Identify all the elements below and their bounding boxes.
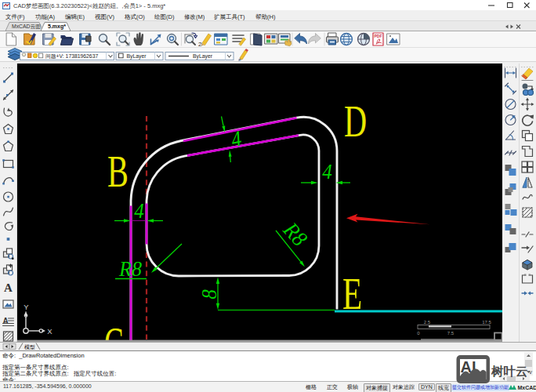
svg-text:X: X — [47, 327, 53, 336]
svg-text:Y: Y — [24, 303, 29, 311]
svg-text:ByLayer: ByLayer — [193, 53, 213, 60]
svg-text:2.5: 2.5 — [424, 320, 431, 325]
svg-text:v: v — [529, 368, 532, 376]
svg-text:a-: a- — [238, 58, 242, 62]
svg-text:树叶云: 树叶云 — [491, 365, 528, 378]
svg-text:模型: 模型 — [24, 344, 35, 350]
svg-text:B: B — [107, 148, 129, 197]
svg-text:4: 4 — [134, 198, 144, 223]
svg-text:8: 8 — [197, 289, 222, 299]
svg-text:A: A — [3, 317, 9, 325]
svg-text:17.5: 17.5 — [482, 320, 491, 325]
svg-text:ByLayer: ByLayer — [127, 53, 147, 60]
svg-text:5.mxg*: 5.mxg* — [48, 24, 66, 30]
svg-text:PDF: PDF — [375, 34, 382, 38]
svg-text:0: 0 — [417, 331, 420, 336]
svg-text:C: C — [104, 319, 124, 342]
svg-text:D: D — [344, 98, 367, 147]
svg-text:MxCAD云图: MxCAD云图 — [12, 24, 41, 30]
svg-text:MxCAD: MxCAD — [518, 385, 536, 390]
svg-text:4: 4 — [322, 159, 332, 184]
svg-text:7.5: 7.5 — [447, 331, 455, 336]
svg-text:问题+V: 17381962637: 问题+V: 17381962637 — [45, 53, 98, 60]
svg-text:E: E — [342, 269, 362, 318]
svg-text:A: A — [4, 281, 13, 294]
svg-text:2: 2 — [198, 41, 202, 47]
svg-text:R8: R8 — [118, 256, 142, 281]
svg-text:R8: R8 — [278, 217, 312, 251]
